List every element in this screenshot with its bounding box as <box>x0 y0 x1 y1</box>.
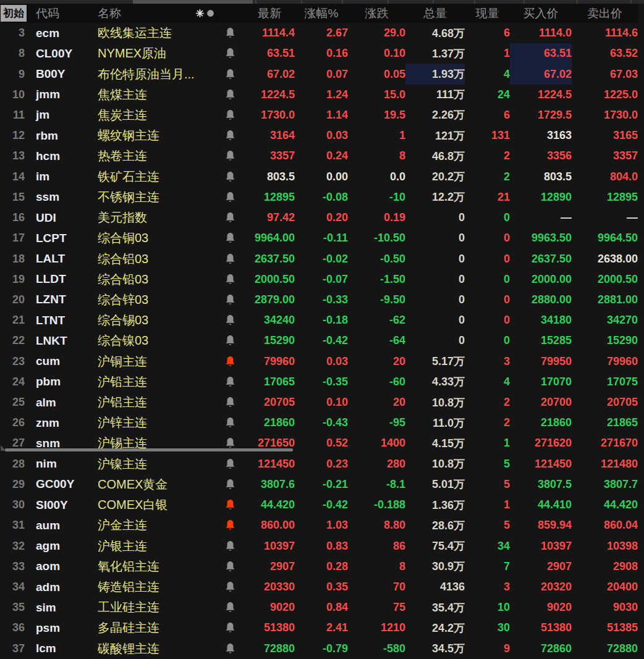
table-row[interactable]: 19LLDT综合铅032000.50-0.07-1.50002000.00200… <box>0 269 638 290</box>
table-row[interactable]: 28nim沪镍主连1214500.2328010.8万5121450121480 <box>0 454 638 474</box>
column-header-totvol[interactable]: 总量 <box>405 6 465 22</box>
table-row[interactable]: 14im铁矿石主连803.50.000.020.2万2803.5804.0 <box>0 167 638 187</box>
bell-icon[interactable] <box>216 171 244 183</box>
column-header-pct[interactable]: 涨幅% <box>295 6 348 22</box>
table-row[interactable]: 23cum沪铜主连799600.03205.17万37995079960 <box>0 351 638 372</box>
bell-icon[interactable] <box>216 212 244 224</box>
bell-icon[interactable] <box>216 89 244 101</box>
table-row[interactable]: 24pbm沪铅主连17065-0.35-604.33万41707017075 <box>0 372 638 392</box>
cell-ask: 2881.00 <box>572 290 638 310</box>
bell-icon[interactable] <box>216 232 244 244</box>
cell-totvol: 10.8万 <box>405 392 465 413</box>
table-row[interactable]: 10jmm焦煤主连1224.51.2415.0111万241224.51225.… <box>0 85 638 105</box>
cell-chg: 1 <box>348 125 405 146</box>
cell-chg: 1400 <box>348 433 405 453</box>
cell-code: pbm <box>25 375 98 388</box>
bell-icon[interactable] <box>216 622 244 634</box>
bell-icon[interactable] <box>216 643 244 655</box>
table-row[interactable]: 3ecm欧线集运主连1114.42.6729.04.68万61114.01114… <box>0 23 638 43</box>
bell-icon[interactable] <box>216 376 244 388</box>
column-header-bid[interactable]: 买入价 <box>510 6 572 22</box>
cell-totvol: 30.9万 <box>405 556 465 577</box>
bell-icon[interactable] <box>216 109 244 121</box>
cell-curvol: 4 <box>465 372 510 392</box>
table-row[interactable]: 30SI00YCOMEX白银44.420-0.42-0.1881.36万144.… <box>0 495 638 515</box>
cell-latest: 860.00 <box>244 515 295 535</box>
bell-icon[interactable] <box>216 458 244 470</box>
table-row[interactable]: 11jm焦炭主连1730.01.1419.52.26万61729.51730.0 <box>0 105 638 125</box>
cell-row-number: 26 <box>0 416 25 429</box>
bell-icon[interactable] <box>216 27 244 39</box>
bell-icon[interactable] <box>216 602 244 613</box>
bell-icon[interactable] <box>216 499 244 511</box>
horizontal-scrollbar-thumb[interactable] <box>5 448 293 451</box>
column-header-name[interactable]: 名称 <box>98 6 216 22</box>
bell-icon[interactable] <box>216 253 244 265</box>
table-row[interactable]: 26znm沪锌主连21860-0.43-9511.0万22186021865 <box>0 413 638 433</box>
corner-tab[interactable]: 初始 <box>1 5 27 22</box>
column-header-code[interactable]: 代码 <box>25 6 98 22</box>
cell-pct: -0.11 <box>295 228 348 248</box>
table-row[interactable]: 12rbm螺纹钢主连31640.031121万13131633165 <box>0 125 638 146</box>
bell-icon[interactable] <box>216 48 244 59</box>
table-row[interactable]: 22LNKT综合镍0315290-0.42-64001528515290 <box>0 330 638 351</box>
table-row[interactable]: 16UDI美元指数97.420.200.1900—— <box>0 208 638 228</box>
bell-icon[interactable] <box>216 191 244 203</box>
table-row[interactable]: 9B00Y布伦特原油当月...67.020.070.051.93万467.026… <box>0 64 638 84</box>
table-row[interactable]: 31aum沪金主连860.001.038.8028.6万5859.94860.0… <box>0 515 638 535</box>
cell-ask: 12895 <box>572 187 638 208</box>
table-row[interactable]: 36psm多晶硅主连513802.41121024.2万305138051385 <box>0 618 638 638</box>
bell-icon[interactable] <box>216 294 244 306</box>
column-header-curvol[interactable]: 现量 <box>465 6 510 22</box>
table-row[interactable]: 15ssm不锈钢主连12895-0.08-1012.2万211289012895 <box>0 187 638 208</box>
bell-icon[interactable] <box>216 561 244 573</box>
bell-icon[interactable] <box>216 150 244 162</box>
cell-ask: 17075 <box>572 372 638 392</box>
table-row[interactable]: 29GC00YCOMEX黄金3807.6-0.21-8.15.01万53807.… <box>0 474 638 495</box>
cell-chg: -0.188 <box>348 495 405 515</box>
bell-icon[interactable] <box>216 581 244 593</box>
bell-icon[interactable] <box>216 437 244 449</box>
bell-icon[interactable] <box>216 314 244 326</box>
table-row[interactable]: 20LZNT综合锌032879.00-0.33-9.50002880.00288… <box>0 290 638 310</box>
table-row[interactable]: 34adm铸造铝主连203300.3570413632032020400 <box>0 577 638 597</box>
column-header-ask[interactable]: 卖出价 <box>572 6 638 22</box>
bell-icon[interactable] <box>216 274 244 285</box>
bell-icon[interactable] <box>216 356 244 367</box>
cell-bid: 67.02 <box>510 64 572 84</box>
bell-icon[interactable] <box>216 417 244 429</box>
bell-icon[interactable] <box>216 335 244 346</box>
table-row[interactable]: 35sim工业硅主连90200.847535.4万1090209030 <box>0 597 638 618</box>
cell-curvol: 30 <box>465 618 510 638</box>
cell-ask: 2000.50 <box>572 269 638 290</box>
bell-icon[interactable] <box>216 397 244 408</box>
cell-latest: 15290 <box>244 330 295 351</box>
table-row[interactable]: 32agm沪银主连103970.838675.4万341039710398 <box>0 535 638 556</box>
table-row[interactable]: 25alm沪铝主连207050.102010.8万22070020705 <box>0 392 638 413</box>
column-header-latest[interactable]: 最新 <box>244 6 295 22</box>
bell-icon[interactable] <box>216 130 244 141</box>
cell-code: CL00Y <box>25 47 98 61</box>
bell-icon[interactable] <box>216 540 244 552</box>
table-row[interactable]: 21LTNT综合锡0334240-0.18-62003418034270 <box>0 310 638 330</box>
table-row[interactable]: 13hcm热卷主连33570.24846.8万233563357 <box>0 146 638 166</box>
cell-bid: 44.410 <box>510 495 572 515</box>
bell-icon[interactable] <box>216 479 244 490</box>
cell-pct: 0.07 <box>295 64 348 84</box>
cell-curvol: 7 <box>465 556 510 577</box>
table-row[interactable]: 8CL00YNYMEX原油63.510.160.101.37万163.5163.… <box>0 43 638 64</box>
cell-chg: 8 <box>348 556 405 577</box>
table-row[interactable]: 33aom氧化铝主连29070.28830.9万729072908 <box>0 556 638 577</box>
table-row[interactable]: 37lcm碳酸锂主连72880-0.79-58034.5万97286072880 <box>0 639 638 659</box>
cell-code: agm <box>25 539 98 553</box>
cell-pct: -0.43 <box>295 413 348 433</box>
column-header-chg[interactable]: 涨跌 <box>348 6 405 22</box>
cell-name: 综合锡03 <box>98 312 216 329</box>
cell-name: 焦煤主连 <box>98 86 216 103</box>
cell-chg: -8.1 <box>348 474 405 495</box>
table-row[interactable]: 17LCPT综合铜039964.00-0.11-10.50009963.5099… <box>0 228 638 248</box>
cell-row-number: 10 <box>0 88 25 101</box>
bell-icon[interactable] <box>216 519 244 531</box>
table-row[interactable]: 18LALT综合铝032637.50-0.02-0.50002637.50263… <box>0 248 638 269</box>
bell-icon[interactable] <box>216 69 244 80</box>
